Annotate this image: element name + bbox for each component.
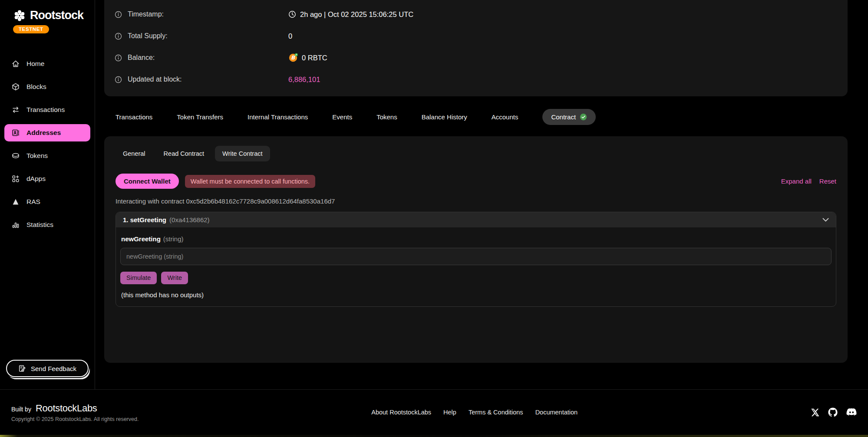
block-number-text: 6,886,101 — [288, 76, 320, 84]
sidebar-item-label: Addresses — [26, 129, 61, 137]
footer: Built by RootstockLabs Copyright © 2025 … — [0, 389, 868, 435]
main-content: Timestamp: 2h ago | Oct 02 2025 15:06:25… — [95, 0, 868, 389]
write-button[interactable]: Write — [161, 272, 188, 284]
interacting-with-contract-text: Interacting with contract 0xc5d2b6b48162… — [116, 197, 836, 205]
method-actions: Simulate Write — [120, 272, 832, 284]
grid-plus-icon — [11, 174, 20, 183]
info-icon — [115, 76, 122, 83]
timestamp-text: 2h ago | Oct 02 2025 15:06:25 UTC — [300, 10, 413, 19]
sidebar-item-label: Tokens — [26, 152, 48, 160]
summary-row-timestamp: Timestamp: 2h ago | Oct 02 2025 15:06:25… — [115, 3, 837, 25]
tab-tokens[interactable]: Tokens — [376, 113, 397, 121]
method-body: newGreeting (string) Simulate Write (thi… — [116, 227, 836, 306]
brand-name: Rootstock — [30, 9, 83, 22]
subtab-write-contract[interactable]: Write Contract — [215, 146, 270, 161]
tab-events[interactable]: Events — [332, 113, 352, 121]
expand-all-link[interactable]: Expand all — [781, 177, 812, 185]
no-outputs-note: (this method has no outputs) — [120, 291, 832, 299]
tab-balance-history[interactable]: Balance History — [422, 113, 467, 121]
sidebar: Rootstock TESTNET Home — [0, 0, 95, 389]
connect-left: Connect Wallet Wallet must be connected … — [116, 174, 315, 189]
tab-contract-label: Contract — [551, 113, 576, 121]
summary-label-text: Total Supply: — [128, 32, 168, 40]
sidebar-item-label: Blocks — [26, 83, 46, 91]
balance-value: B 0 RBTC — [288, 53, 327, 62]
param-label: newGreeting (string) — [120, 235, 832, 243]
app-root: Rootstock TESTNET Home — [0, 0, 868, 437]
brand-area: Rootstock TESTNET — [0, 9, 95, 33]
sidebar-item-statistics[interactable]: Statistics — [4, 216, 90, 233]
sidebar-item-label: dApps — [26, 175, 46, 183]
subtab-read-contract[interactable]: Read Contract — [156, 146, 212, 161]
footer-left: Built by RootstockLabs Copyright © 2025 … — [11, 403, 139, 422]
tab-internal-transactions[interactable]: Internal Transactions — [248, 113, 308, 121]
connect-wallet-button[interactable]: Connect Wallet — [116, 174, 179, 189]
sidebar-item-home[interactable]: Home — [4, 55, 90, 72]
wallet-warning-badge: Wallet must be connected to call functio… — [185, 175, 315, 188]
sidebar-item-tokens[interactable]: Tokens — [4, 147, 90, 164]
clock-icon — [288, 10, 296, 18]
method-accordion-header[interactable]: 1. setGreeting (0xa4136862) — [116, 212, 836, 227]
sidebar-item-dapps[interactable]: dApps — [4, 170, 90, 187]
discord-icon[interactable] — [846, 408, 857, 417]
tab-accounts[interactable]: Accounts — [492, 113, 518, 121]
bottom-gradient-strip — [0, 435, 868, 437]
summary-label: Timestamp: — [115, 10, 288, 18]
sidebar-nav: Home Blocks — [0, 55, 95, 233]
built-by-text: Built by — [11, 406, 31, 413]
summary-label: Updated at block: — [115, 76, 288, 83]
cube-icon — [11, 82, 20, 91]
address-summary-card: Timestamp: 2h ago | Oct 02 2025 15:06:25… — [104, 0, 848, 96]
built-by-row: Built by RootstockLabs — [11, 403, 139, 414]
chevron-down-icon — [822, 218, 829, 222]
footer-link-about[interactable]: About RootstockLabs — [371, 409, 431, 416]
footer-link-terms[interactable]: Terms & Conditions — [469, 409, 523, 416]
footer-link-documentation[interactable]: Documentation — [535, 409, 578, 416]
sidebar-item-addresses[interactable]: Addresses — [4, 124, 90, 141]
updated-block-link[interactable]: 6,886,101 — [288, 76, 320, 84]
tab-contract[interactable]: Contract — [542, 109, 596, 125]
github-icon[interactable] — [828, 407, 838, 417]
logo-row[interactable]: Rootstock — [13, 9, 95, 22]
contact-card-icon — [11, 128, 20, 137]
summary-label-text: Updated at block: — [128, 76, 182, 83]
footer-link-help[interactable]: Help — [443, 409, 456, 416]
info-icon — [115, 54, 122, 62]
method-title: 1. setGreeting — [123, 216, 166, 223]
body-row: Rootstock TESTNET Home — [0, 0, 868, 389]
sidebar-item-ras[interactable]: RAS — [4, 193, 90, 210]
x-icon[interactable] — [810, 408, 819, 417]
tab-transactions[interactable]: Transactions — [116, 113, 152, 121]
home-icon — [11, 59, 20, 68]
svg-text:B: B — [291, 55, 295, 61]
rootstocklabs-wordmark[interactable]: RootstockLabs — [36, 403, 97, 414]
param-type: (string) — [163, 235, 184, 243]
summary-label-text: Balance: — [128, 54, 155, 62]
subtab-general[interactable]: General — [116, 146, 153, 161]
summary-row-updated-block: Updated at block: 6,886,101 — [115, 69, 837, 90]
simulate-button[interactable]: Simulate — [120, 272, 157, 284]
sidebar-item-label: Home — [26, 60, 44, 68]
contract-subtabs: General Read Contract Write Contract — [116, 146, 836, 161]
reset-link[interactable]: Reset — [819, 177, 836, 185]
send-feedback-button[interactable]: Send Feedback — [6, 360, 89, 377]
sidebar-item-label: Statistics — [26, 221, 53, 229]
sidebar-item-transactions[interactable]: Transactions — [4, 101, 90, 118]
feedback-pencil-icon — [18, 365, 26, 372]
sidebar-item-label: Transactions — [26, 106, 65, 114]
summary-label: Balance: — [115, 54, 288, 62]
method-title-group: 1. setGreeting (0xa4136862) — [123, 216, 210, 223]
tab-token-transfers[interactable]: Token Transfers — [177, 113, 223, 121]
footer-links: About RootstockLabs Help Terms & Conditi… — [371, 409, 578, 416]
info-icon — [115, 33, 122, 40]
testnet-badge: TESTNET — [13, 25, 49, 33]
connect-row: Connect Wallet Wallet must be connected … — [116, 174, 836, 189]
rootstock-flower-icon — [13, 9, 26, 22]
param-input-newgreeting[interactable] — [120, 248, 832, 265]
copyright-text: Copyright © 2025 RootstockLabs. All righ… — [11, 416, 139, 422]
feedback-label: Send Feedback — [31, 365, 76, 372]
panel-links: Expand all Reset — [781, 177, 836, 185]
info-icon — [115, 11, 122, 18]
sidebar-item-blocks[interactable]: Blocks — [4, 78, 90, 95]
method-selector: (0xa4136862) — [169, 216, 210, 223]
